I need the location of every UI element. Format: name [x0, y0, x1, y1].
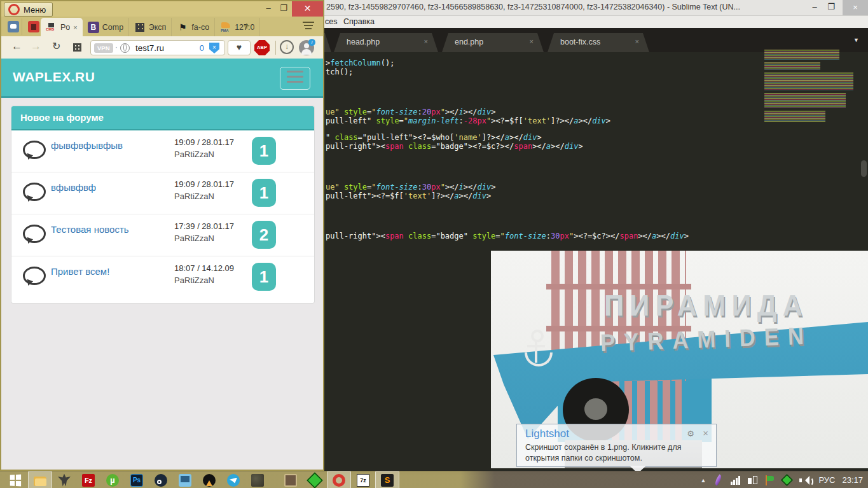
- address-bar[interactable]: VPN · test7.ru 0 ×: [90, 40, 225, 55]
- tab-close-icon[interactable]: ×: [73, 24, 77, 31]
- language-indicator[interactable]: РУС: [818, 475, 835, 485]
- sublime-restore-button[interactable]: ❐: [823, 0, 839, 15]
- sublime-tabbar: × head.php×end.php×boot-fix.css× ▼: [320, 28, 868, 52]
- topic-row[interactable]: Привет всем!18:07 / 14.12.09PaRtiZzaN1: [11, 256, 314, 298]
- vpn-badge[interactable]: VPN: [94, 43, 113, 53]
- taskbar-explorer-button[interactable]: [28, 471, 52, 488]
- opera-close-button[interactable]: ✕: [292, 1, 323, 17]
- new-tab-button[interactable]: +: [244, 20, 250, 32]
- speech-bubble-icon: [23, 225, 46, 243]
- taskbar-photoshop-button[interactable]: Ps: [125, 471, 149, 488]
- sublime-close-button[interactable]: ×: [843, 0, 868, 15]
- downloads-button[interactable]: ↓: [280, 40, 294, 54]
- browser-tab[interactable]: BComp: [83, 18, 129, 36]
- browser-tab[interactable]: 127.0: [215, 18, 260, 36]
- scrollbar-thumb[interactable]: [861, 160, 867, 177]
- taskbar-aimp-button[interactable]: [197, 471, 221, 488]
- opera-maximize-button[interactable]: ❐: [276, 1, 291, 17]
- menu-item-preferences-partial[interactable]: ces: [325, 17, 337, 26]
- opera-minimize-button[interactable]: –: [261, 1, 276, 17]
- taskbar-wot-button[interactable]: [52, 471, 76, 488]
- opera-titlebar[interactable]: Меню – ❐ ✕: [1, 1, 323, 17]
- topic-row[interactable]: вфывфвф19:09 / 28.01.17PaRtiZzaN1: [11, 172, 314, 214]
- volume-icon[interactable]: [799, 476, 811, 485]
- url-text[interactable]: test7.ru: [135, 43, 164, 53]
- minimap-block: [764, 93, 846, 108]
- lightshot-tray-icon[interactable]: [713, 475, 723, 486]
- site-header: WAPLEX.RU: [1, 59, 323, 98]
- clock[interactable]: 23:17: [842, 475, 863, 485]
- start-icon: [10, 474, 22, 486]
- sublime-icon: S: [381, 474, 394, 487]
- topic-link[interactable]: Привет всем!: [51, 266, 109, 277]
- tab-close-icon[interactable]: ×: [635, 38, 639, 45]
- taskbar-telegram-button[interactable]: [221, 471, 245, 488]
- profile-avatar-button[interactable]: i: [299, 40, 314, 55]
- flag-icon: ⚑: [177, 22, 188, 33]
- taskbar-filezilla-button[interactable]: Fz: [76, 471, 100, 488]
- notification-close-icon[interactable]: ×: [703, 428, 708, 438]
- opera-menu-button[interactable]: Меню: [4, 3, 53, 17]
- network-signal-icon[interactable]: [731, 476, 741, 485]
- reply-count-badge[interactable]: 2: [252, 221, 276, 249]
- sublime-minimize-button[interactable]: –: [807, 0, 822, 15]
- site-brand[interactable]: WAPLEX.RU: [13, 69, 95, 85]
- opera-tabstrip: Po×BCompЭксп⚑fa-co127.0 +: [1, 17, 323, 36]
- tab-close-icon[interactable]: ×: [424, 38, 428, 45]
- tab-close-icon[interactable]: ×: [530, 38, 534, 45]
- reply-count-badge[interactable]: 1: [252, 137, 276, 165]
- topic-link[interactable]: Тестовая новость: [51, 224, 129, 235]
- sublime-titlebar[interactable]: 2590, fz3-14559829707460, fz3-1456658985…: [320, 0, 868, 16]
- topic-row[interactable]: Тестовая новость17:39 / 28.01.17PaRtiZza…: [11, 214, 314, 256]
- bookmark-heart-button[interactable]: ♥: [228, 40, 251, 55]
- browser-tab[interactable]: ⚑fa-co: [172, 18, 215, 36]
- shield-icon[interactable]: ×: [209, 43, 219, 53]
- toolbar-divider: [275, 41, 276, 55]
- menu-item-help[interactable]: Справка: [343, 17, 375, 26]
- browser-tab[interactable]: Po×: [41, 18, 83, 36]
- editor-tab[interactable]: head.php×: [334, 33, 438, 52]
- minimap[interactable]: [762, 50, 857, 126]
- taskbar-sevenzip-button[interactable]: 7z: [351, 471, 375, 488]
- taskbar-sublime-button[interactable]: S: [375, 471, 399, 488]
- pinned-tab[interactable]: [5, 18, 22, 35]
- action-center-flag-icon[interactable]: [765, 475, 775, 485]
- webmoney-tray-icon[interactable]: [781, 474, 793, 486]
- browser-tab[interactable]: Эксп: [129, 18, 172, 36]
- reply-count-badge[interactable]: 1: [252, 179, 276, 207]
- taskbar-warthunder-button[interactable]: [279, 471, 303, 488]
- editor-tab[interactable]: end.php×: [442, 33, 544, 52]
- aimp-icon: [203, 474, 216, 487]
- forward-button[interactable]: →: [31, 40, 41, 53]
- topic-row[interactable]: фывфвфывфыв19:09 / 28.01.17PaRtiZzaN1: [11, 130, 314, 172]
- back-button[interactable]: ←: [11, 40, 22, 53]
- settings-wrench-icon[interactable]: ⚙: [687, 429, 694, 438]
- taskbar-stalker-button[interactable]: [245, 471, 270, 488]
- reload-button[interactable]: ↻: [52, 40, 60, 52]
- taskbar-start-button[interactable]: [4, 471, 28, 488]
- browser-viewport: WAPLEX.RU Новое на форуме фывфвфывфыв19:…: [1, 59, 323, 470]
- tray-expand-icon[interactable]: ▲: [700, 477, 706, 484]
- topic-time: 19:09 / 28.01.17: [174, 137, 245, 147]
- pinned-tab[interactable]: [25, 18, 43, 35]
- tab-label: end.php: [455, 38, 483, 46]
- taskbar-opera-button[interactable]: [327, 471, 351, 488]
- taskbar-steam-button[interactable]: [149, 471, 173, 488]
- taskbar-gem-button[interactable]: [303, 471, 327, 488]
- code-line: tch();: [326, 67, 353, 76]
- taskbar-remote-button[interactable]: [173, 471, 197, 488]
- topic-link[interactable]: фывфвфывфыв: [51, 140, 123, 151]
- taskbar-utorrent-button[interactable]: µ: [100, 471, 125, 488]
- topic-link[interactable]: вфывфвф: [51, 182, 96, 193]
- notification-body[interactable]: Скриншот сохранён в 1.png. Кликните для …: [525, 442, 708, 464]
- usb-device-icon[interactable]: [748, 475, 758, 485]
- reply-count-badge[interactable]: 1: [252, 263, 276, 291]
- speed-dial-icon[interactable]: [73, 43, 81, 52]
- editor-tab[interactable]: boot-fix.css×: [548, 33, 649, 52]
- lightshot-notification[interactable]: Lightshot ⚙ × Скриншот сохранён в 1.png.…: [516, 424, 717, 467]
- adblock-abp-icon[interactable]: ABP: [254, 40, 270, 55]
- tab-overflow-icon[interactable]: ▼: [853, 37, 859, 43]
- tab-menu-icon[interactable]: [303, 22, 314, 31]
- hamburger-menu-button[interactable]: [280, 67, 310, 90]
- opera-menu-label: Меню: [24, 5, 46, 15]
